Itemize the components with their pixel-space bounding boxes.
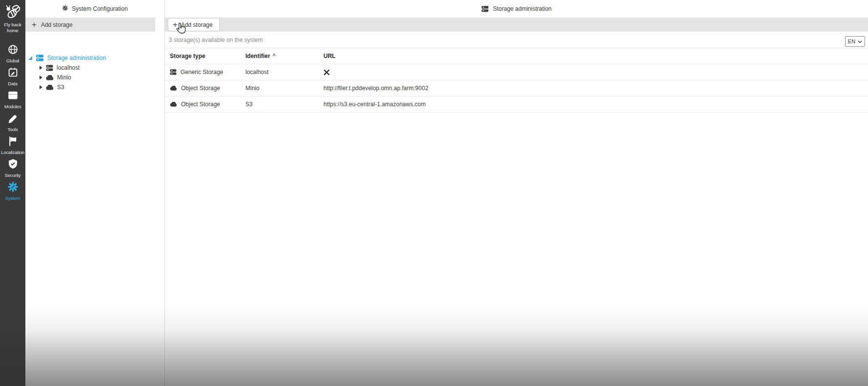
plus-icon: +	[173, 20, 178, 29]
bee-logo-icon	[4, 3, 22, 21]
sidebar-item-label: Modules	[4, 104, 21, 109]
sidebar-item-label: Data	[8, 81, 17, 86]
cloud-icon	[46, 85, 54, 90]
fly-back-home-button[interactable]: Fly back home	[4, 3, 22, 34]
language-value: EN	[848, 39, 855, 44]
table-row-localhost[interactable]: Generic Storage localhost	[165, 64, 868, 80]
sidebar-item-tools[interactable]: Tools	[0, 111, 25, 134]
tree-node-localhost[interactable]: localhost	[39, 63, 164, 73]
table-row-s3[interactable]: Object Storage S3 https://s3.eu-central-…	[165, 96, 868, 113]
main-toolbar: + Add storage	[165, 18, 868, 32]
sidebar-item-global[interactable]: Global	[0, 42, 25, 65]
storage-type-text: Generic Storage	[181, 69, 223, 76]
add-storage-label: Add storage	[41, 21, 73, 28]
flag-icon	[8, 136, 18, 148]
globe-icon	[8, 44, 18, 57]
sidebar-item-label: Security	[5, 173, 21, 178]
column-header-storage-type[interactable]: Storage type	[170, 53, 245, 59]
tree-node-minio[interactable]: Minio	[39, 73, 164, 82]
sidebar-item-modules[interactable]: Modules	[0, 88, 25, 111]
url-text: http://filer.t.pddevelop.omn.ap.farm:900…	[323, 85, 868, 92]
storage-administration-main: Storage administration + Add storage 3 s…	[165, 0, 868, 386]
tree-node-s3[interactable]: S3	[39, 82, 164, 92]
identifier-text: Minio	[245, 85, 323, 92]
server-stack-icon	[46, 65, 53, 71]
sidebar-nav: Global Data Modules	[0, 42, 25, 203]
panel-title: System Configuration	[25, 0, 164, 18]
status-row: 3 storage(s) available on the system EN	[165, 32, 868, 48]
gear-icon	[62, 5, 68, 13]
panel-add-storage-button[interactable]: + Add storage	[25, 18, 155, 32]
table-row-minio[interactable]: Object Storage Minio http://filer.t.pdde…	[165, 80, 868, 96]
column-header-identifier[interactable]: Identifier^	[245, 53, 323, 59]
sidebar-item-label: Localization	[1, 150, 24, 155]
add-storage-label: Add storage	[181, 21, 213, 28]
tree-node-label: Storage administration	[47, 55, 106, 61]
sidebar-item-localization[interactable]: Localization	[0, 134, 25, 157]
sort-ascending-icon: ^	[273, 53, 276, 58]
no-url-cross-icon[interactable]	[323, 69, 868, 76]
sidebar-item-label: Tools	[7, 127, 18, 132]
tree-node-label: S3	[57, 84, 64, 91]
server-stack-icon	[481, 6, 489, 12]
storage-count-text: 3 storage(s) available on the system	[169, 37, 263, 43]
plus-icon: +	[32, 20, 37, 29]
window-icon	[8, 90, 18, 102]
calendar-edit-icon	[8, 67, 18, 79]
tree-node-label: Minio	[57, 74, 71, 81]
page-title: Storage administration	[165, 0, 868, 18]
expander-closed-icon[interactable]	[40, 66, 42, 70]
column-header-url[interactable]: URL	[323, 53, 868, 59]
shield-check-icon	[8, 159, 18, 171]
identifier-text: S3	[245, 101, 323, 108]
logo-label: Fly back home	[4, 22, 22, 34]
add-storage-button[interactable]: + Add storage	[168, 19, 219, 31]
sidebar-item-system[interactable]: System	[0, 180, 25, 203]
gear-icon	[8, 182, 18, 194]
server-stack-icon	[36, 55, 44, 61]
cloud-icon	[170, 86, 177, 91]
app-sidebar: Fly back home Global Data	[0, 0, 25, 386]
url-text: https://s3.eu-central-1.amazonaws.com	[323, 101, 868, 108]
cloud-icon	[46, 75, 54, 80]
expander-closed-icon[interactable]	[40, 76, 42, 79]
storage-type-text: Object Storage	[181, 101, 220, 108]
system-configuration-panel: System Configuration + Add storage Stora…	[25, 0, 165, 386]
sidebar-item-label: System	[5, 195, 20, 201]
identifier-text: localhost	[245, 69, 323, 76]
pencil-icon	[8, 113, 18, 125]
panel-title-text: System Configuration	[72, 5, 128, 12]
table-header-row: Storage type Identifier^ URL	[165, 48, 868, 64]
expander-open-icon[interactable]	[28, 56, 32, 60]
chevron-down-icon	[858, 39, 862, 44]
sidebar-item-security[interactable]: Security	[0, 157, 25, 180]
server-stack-icon	[170, 69, 177, 75]
page-title-text: Storage administration	[493, 5, 551, 12]
tree-node-storage-administration[interactable]: Storage administration	[28, 53, 164, 63]
tree-node-label: localhost	[57, 64, 80, 71]
expander-closed-icon[interactable]	[40, 85, 42, 89]
sidebar-item-label: Global	[6, 58, 19, 63]
cloud-icon	[170, 102, 177, 107]
storage-table: Storage type Identifier^ URL Ge	[165, 48, 868, 113]
language-selector[interactable]: EN	[845, 36, 865, 47]
storage-tree: Storage administration localhost	[25, 53, 164, 92]
storage-type-text: Object Storage	[181, 85, 220, 92]
sidebar-item-data[interactable]: Data	[0, 65, 25, 88]
